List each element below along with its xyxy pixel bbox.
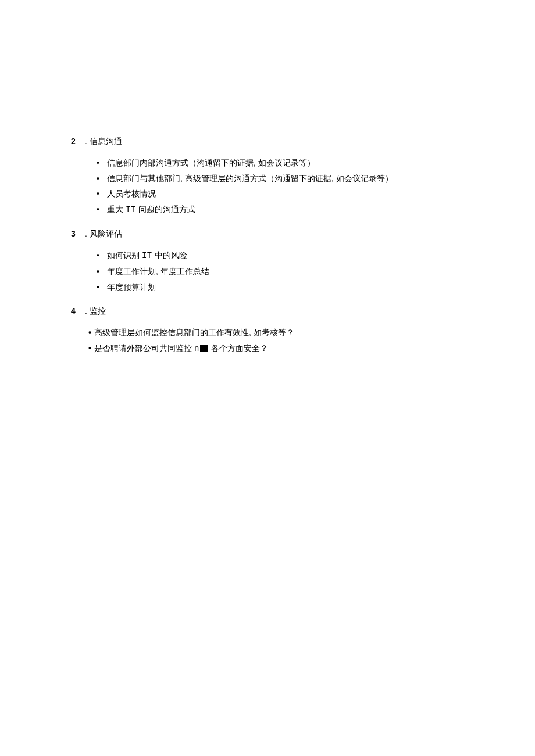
document-page: 2 . 信息沟通 信息部门内部沟通方式（沟通留下的证据, 如会议记录等） 信息部… <box>0 0 535 356</box>
redacted-block-icon <box>200 345 208 352</box>
section-4-number: 4 <box>71 306 85 316</box>
list-item: 如何识别 IT 中的风险 <box>107 248 483 264</box>
section-2: 2 . 信息沟通 信息部门内部沟通方式（沟通留下的证据, 如会议记录等） 信息部… <box>71 137 483 217</box>
list-item: 信息部门与其他部门, 高级管理层的沟通方式（沟通留下的证据, 如会议记录等） <box>107 171 483 187</box>
section-2-head: 2 . 信息沟通 <box>71 137 483 147</box>
section-4: 4 . 监控 高级管理层如何监控信息部门的工作有效性, 如考核等？ 是否聘请外部… <box>71 306 483 356</box>
list-item: 年度预算计划 <box>107 280 483 295</box>
list-item: 人员考核情况 <box>107 186 483 202</box>
section-4-items: 高级管理层如何监控信息部门的工作有效性, 如考核等？ 是否聘请外部公司共同监控 … <box>94 325 483 356</box>
section-3-number: 3 <box>71 229 85 238</box>
list-item: 年度工作计划, 年度工作总结 <box>107 264 483 280</box>
section-2-items: 信息部门内部沟通方式（沟通留下的证据, 如会议记录等） 信息部门与其他部门, 高… <box>107 155 483 217</box>
list-item: 高级管理层如何监控信息部门的工作有效性, 如考核等？ <box>94 325 483 341</box>
section-2-title: . 信息沟通 <box>85 137 122 147</box>
list-item: 信息部门内部沟通方式（沟通留下的证据, 如会议记录等） <box>107 155 483 171</box>
list-item: 重大 IT 问题的沟通方式 <box>107 202 483 218</box>
section-4-title: . 监控 <box>85 306 106 317</box>
section-2-number: 2 <box>71 137 85 146</box>
list-item: 是否聘请外部公司共同监控 n 各个方面安全？ <box>94 341 483 357</box>
section-3-items: 如何识别 IT 中的风险 年度工作计划, 年度工作总结 年度预算计划 <box>107 248 483 295</box>
section-3-title: . 风险评估 <box>85 229 122 239</box>
section-3-head: 3 . 风险评估 <box>71 229 483 239</box>
section-3: 3 . 风险评估 如何识别 IT 中的风险 年度工作计划, 年度工作总结 年度预… <box>71 229 483 295</box>
section-4-head: 4 . 监控 <box>71 306 483 317</box>
